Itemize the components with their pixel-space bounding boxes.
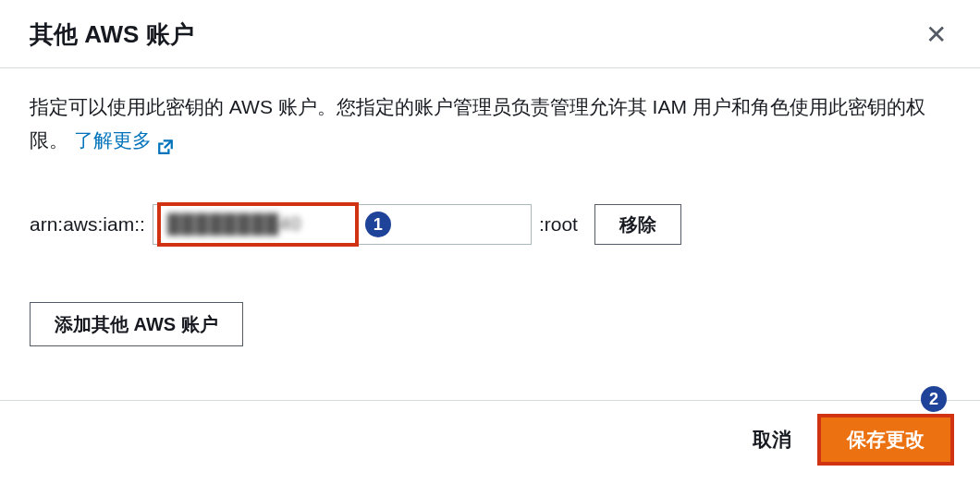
account-id-input[interactable] (153, 204, 532, 245)
other-aws-accounts-modal: 其他 AWS 账户 ✕ 指定可以使用此密钥的 AWS 账户。您指定的账户管理员负… (0, 0, 980, 484)
save-changes-button[interactable]: 保存更改 (821, 417, 950, 462)
cancel-label: 取消 (753, 429, 791, 450)
learn-more-link[interactable]: 了解更多 (74, 124, 174, 157)
remove-account-button[interactable]: 移除 (594, 204, 681, 245)
modal-body: 指定可以使用此密钥的 AWS 账户。您指定的账户管理员负责管理允许其 IAM 用… (0, 68, 980, 400)
arn-prefix-label: arn:aws:iam:: (30, 213, 145, 236)
modal-footer: 取消 2 保存更改 (0, 400, 980, 484)
save-label: 保存更改 (847, 429, 925, 450)
modal-title: 其他 AWS 账户 (30, 18, 194, 51)
arn-suffix-label: :root (539, 213, 578, 236)
description-text: 指定可以使用此密钥的 AWS 账户。您指定的账户管理员负责管理允许其 IAM 用… (30, 91, 950, 156)
external-link-icon (157, 132, 174, 149)
save-button-wrap: 2 保存更改 (821, 417, 950, 462)
add-account-label: 添加其他 AWS 账户 (55, 314, 218, 334)
modal-header: 其他 AWS 账户 ✕ (0, 0, 980, 68)
account-input-wrap: ████████40 1 (153, 204, 532, 245)
close-icon: ✕ (925, 19, 947, 50)
learn-more-label: 了解更多 (74, 124, 152, 157)
callout-badge-2: 2 (921, 386, 947, 412)
close-button[interactable]: ✕ (921, 20, 950, 50)
remove-button-label: 移除 (619, 214, 656, 235)
arn-row: arn:aws:iam:: ████████40 1 :root 移除 (30, 204, 950, 245)
add-another-account-button[interactable]: 添加其他 AWS 账户 (30, 302, 243, 346)
cancel-button[interactable]: 取消 (745, 419, 799, 460)
